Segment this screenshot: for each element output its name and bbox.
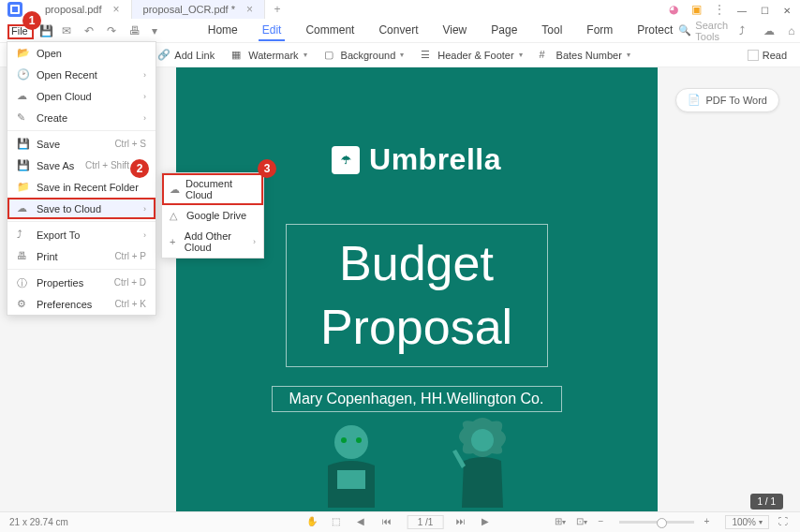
file-menu-preferences[interactable]: ⚙PreferencesCtrl + K bbox=[7, 293, 156, 315]
tool-watermark[interactable]: ▦Watermark▾ bbox=[226, 47, 312, 64]
next-page-icon[interactable]: ▶ bbox=[481, 516, 494, 528]
close-button[interactable]: ✕ bbox=[776, 2, 798, 19]
search-tools-input[interactable]: 🔍 Search Tools bbox=[678, 20, 728, 42]
menu-comment[interactable]: Comment bbox=[302, 21, 358, 41]
select-tool-icon[interactable]: ⬚ bbox=[332, 516, 344, 528]
last-page-icon[interactable]: ⏭ bbox=[456, 516, 468, 528]
link-icon: 🔗 bbox=[157, 49, 170, 62]
submenu-add-other-cloud[interactable]: +Add Other Cloud› bbox=[162, 226, 263, 258]
close-icon[interactable]: × bbox=[113, 3, 120, 16]
chevron-down-icon: ▾ bbox=[627, 51, 630, 59]
properties-icon: ⓘ bbox=[17, 276, 29, 288]
first-page-icon[interactable]: ⏮ bbox=[382, 516, 394, 528]
fit-icon[interactable]: ⊡▾ bbox=[576, 516, 588, 528]
file-menu-print[interactable]: 🖶PrintCtrl + P bbox=[7, 245, 156, 267]
app-icon[interactable] bbox=[7, 2, 22, 17]
save-icon[interactable]: 💾 bbox=[39, 24, 52, 37]
search-icon: 🔍 bbox=[678, 24, 691, 37]
file-menu-open[interactable]: 📂Open bbox=[7, 42, 156, 64]
document-page: ☂ Umbrella Budget Proposal Mary Copenhag… bbox=[176, 67, 658, 526]
close-icon[interactable]: × bbox=[246, 3, 253, 16]
view-mode-icon[interactable]: ⊞▾ bbox=[555, 516, 567, 528]
recent-icon: 🕑 bbox=[17, 68, 29, 81]
chevron-right-icon: › bbox=[143, 230, 146, 240]
print-icon[interactable]: 🖶 bbox=[129, 24, 142, 37]
home-icon[interactable]: ⌂ bbox=[788, 24, 800, 37]
redo-icon[interactable]: ↷ bbox=[107, 24, 120, 37]
svg-point-4 bbox=[471, 429, 494, 451]
tool-read[interactable]: Read bbox=[742, 48, 793, 63]
file-menu-save[interactable]: 💾SaveCtrl + S bbox=[7, 133, 156, 155]
menu-view[interactable]: View bbox=[438, 21, 470, 41]
menu-tool[interactable]: Tool bbox=[538, 21, 566, 41]
drive-icon: △ bbox=[170, 210, 181, 221]
tool-add-link[interactable]: 🔗Add Link bbox=[152, 47, 220, 64]
file-menu-save-recent-folder[interactable]: 📁Save in Recent Folder bbox=[7, 176, 156, 198]
save-icon: 💾 bbox=[17, 138, 29, 150]
page-dimensions: 21 x 29.74 cm bbox=[9, 517, 68, 527]
export-icon: ⤴ bbox=[17, 229, 29, 241]
page-number-input[interactable]: 1 /1 bbox=[407, 515, 444, 529]
pdf-to-word-button[interactable]: 📄 PDF To Word bbox=[675, 88, 779, 112]
menu-edit[interactable]: Edit bbox=[259, 21, 286, 41]
tool-header-footer[interactable]: ☰Header & Footer▾ bbox=[415, 47, 527, 64]
zoom-in-icon[interactable]: + bbox=[704, 516, 716, 528]
document-subtitle-box[interactable]: Mary Copenhagen, HH.Wellington Co. bbox=[272, 386, 562, 412]
menu-protect[interactable]: Protect bbox=[633, 21, 676, 41]
file-menu-properties[interactable]: ⓘPropertiesCtrl + D bbox=[7, 272, 156, 293]
zoom-out-icon[interactable]: − bbox=[598, 516, 610, 528]
cloud-icon: ☁ bbox=[170, 184, 180, 195]
tab-proposal[interactable]: proposal.pdf × bbox=[34, 0, 132, 19]
print-icon: 🖶 bbox=[17, 250, 29, 262]
add-tab-button[interactable]: + bbox=[269, 1, 286, 18]
file-menu-open-cloud[interactable]: ☁Open Cloud› bbox=[7, 85, 156, 107]
menu-home[interactable]: Home bbox=[204, 21, 242, 41]
notification-icon[interactable]: ▣ bbox=[691, 3, 704, 16]
undo-icon[interactable]: ↶ bbox=[84, 24, 97, 37]
file-menu-open-recent[interactable]: 🕑Open Recent› bbox=[7, 64, 156, 85]
more-icon[interactable]: ⋮ bbox=[714, 3, 727, 16]
zoom-value[interactable]: 100%▾ bbox=[725, 515, 769, 529]
file-menu-create[interactable]: ✎Create› bbox=[7, 107, 156, 128]
bates-icon: # bbox=[540, 49, 553, 62]
chevron-down-icon: ▾ bbox=[304, 51, 307, 59]
chevron-down-icon[interactable]: ▾ bbox=[152, 24, 165, 37]
chevron-down-icon: ▾ bbox=[400, 51, 404, 59]
chevron-right-icon: › bbox=[143, 70, 146, 80]
file-menu-save-to-cloud[interactable]: ☁Save to Cloud› bbox=[7, 198, 156, 219]
sync-icon[interactable]: ◕ bbox=[669, 3, 682, 16]
chevron-right-icon: › bbox=[253, 237, 256, 246]
menu-page[interactable]: Page bbox=[487, 21, 521, 41]
document-title-box[interactable]: Budget Proposal bbox=[286, 224, 548, 367]
checkbox-icon bbox=[748, 50, 759, 61]
share-icon[interactable]: ⤴ bbox=[739, 24, 752, 37]
fullscreen-icon[interactable]: ⛶ bbox=[778, 516, 791, 528]
menu-convert[interactable]: Convert bbox=[375, 21, 422, 41]
separator bbox=[7, 221, 156, 222]
status-bar: 21 x 29.74 cm ✋ ⬚ ◀ ⏮ 1 /1 ⏭ ▶ ⊞▾ ⊡▾ − +… bbox=[0, 511, 800, 532]
svg-point-1 bbox=[341, 437, 347, 443]
submenu-document-cloud[interactable]: ☁Document Cloud bbox=[162, 173, 263, 205]
zoom-slider[interactable] bbox=[619, 521, 694, 524]
create-icon: ✎ bbox=[17, 111, 29, 124]
preferences-icon: ⚙ bbox=[17, 298, 29, 310]
tab-proposal-ocr[interactable]: proposal_OCR.pdf * × bbox=[132, 0, 265, 19]
person-left-illustration bbox=[304, 414, 398, 508]
file-menu-export-to[interactable]: ⤴Export To› bbox=[7, 224, 156, 245]
quick-access-toolbar: 💾 ✉ ↶ ↷ 🖶 ▾ bbox=[39, 24, 165, 37]
prev-page-icon[interactable]: ◀ bbox=[357, 516, 369, 528]
minimize-button[interactable]: — bbox=[731, 2, 753, 19]
submenu-google-drive[interactable]: △Google Drive bbox=[162, 205, 263, 226]
mail-icon[interactable]: ✉ bbox=[62, 24, 75, 37]
tool-bates-number[interactable]: #Bates Number▾ bbox=[534, 47, 636, 64]
cloud-upload-icon: ☁ bbox=[17, 202, 29, 214]
menu-form[interactable]: Form bbox=[583, 21, 616, 41]
svg-point-0 bbox=[334, 425, 368, 459]
watermark-icon: ▦ bbox=[231, 49, 244, 62]
cloud-icon[interactable]: ☁ bbox=[763, 24, 777, 37]
pdf-icon: 📄 bbox=[688, 94, 701, 107]
maximize-button[interactable]: ☐ bbox=[753, 2, 776, 19]
hand-tool-icon[interactable]: ✋ bbox=[306, 516, 319, 528]
add-icon: + bbox=[170, 236, 179, 247]
tool-background[interactable]: ▢Background▾ bbox=[319, 47, 410, 64]
